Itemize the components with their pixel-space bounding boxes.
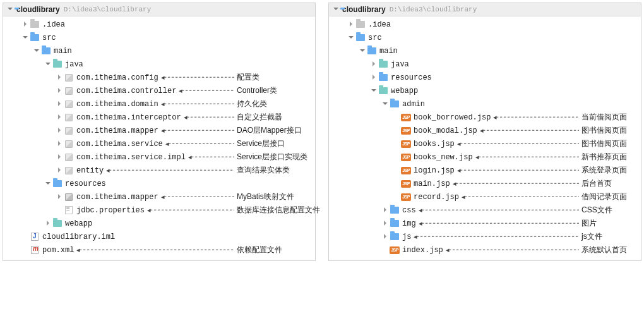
annotation-arrow-icon: ◂╴╴╴╴╴╴╴╴╴╴╴╴╴╴╴╴╴╴╴╴╴╴╴╴╴╴╴╴╴╴╴╴╴╴╴╴╴╴╴… [105, 166, 234, 174]
annotation-label: 持久化类 [237, 99, 267, 109]
tree-row[interactable]: book_modal.jsp◂╴╴╴╴╴╴╴╴╴╴╴╴╴╴╴╴╴╴╴╴╴╴╴╴╴… [329, 124, 641, 137]
tree-row[interactable]: main.jsp◂╴╴╴╴╴╴╴╴╴╴╴╴╴╴╴╴╴╴╴╴╴╴╴╴╴╴╴╴╴╴╴… [329, 177, 641, 190]
tree-row[interactable]: jdbc.properties◂╴╴╴╴╴╴╴╴╴╴╴╴╴╴╴╴╴╴╴╴╴╴╴╴… [3, 204, 315, 217]
tree-row[interactable]: main [329, 44, 641, 58]
module-name: cloudlibrary [16, 5, 60, 14]
chevron-down-icon[interactable] [44, 61, 52, 68]
tree-item-label: .idea [368, 20, 391, 29]
annotation-label: 图书借阅页面 [581, 125, 627, 136]
annotation-arrow-icon: ◂╴╴╴╴╴╴╴╴╴╴╴╴╴╴╴╴╴╴╴╴╴╴╴╴╴╴╴╴╴╴╴╴╴╴╴╴╴╴╴… [75, 246, 234, 254]
tree-row[interactable]: main [3, 44, 315, 58]
chevron-right-icon[interactable] [381, 207, 390, 214]
tree-row[interactable]: index.jsp◂╴╴╴╴╴╴╴╴╴╴╴╴╴╴╴╴╴╴╴╴╴╴╴╴╴╴╴╴╴╴… [329, 243, 641, 257]
folder-icon [390, 219, 400, 228]
annotation-arrow-icon: ◂╴╴╴╴╴╴╴╴╴╴╴╴╴╴╴╴╴╴╴╴ [177, 87, 234, 95]
annotation-arrow-icon: ◂╴╴╴╴╴╴╴╴╴╴╴╴╴╴╴╴╴╴╴╴╴╴╴╴╴ [164, 140, 234, 148]
annotation-arrow-icon: ◂╴╴╴╴╴╴╴╴╴╴╴╴╴╴╴╴ [187, 153, 234, 161]
tree-row[interactable]: com.itheima.service.impl◂╴╴╴╴╴╴╴╴╴╴╴╴╴╴╴… [3, 150, 315, 164]
tree-row[interactable]: .idea [329, 18, 641, 31]
tree-row[interactable]: com.itheima.mapper◂╴╴╴╴╴╴╴╴╴╴╴╴╴╴╴╴╴╴╴╴╴… [3, 190, 315, 204]
tree-row[interactable]: src [329, 31, 641, 44]
annotation-label: 数据库连接信息配置文件 [237, 205, 320, 216]
tree-row[interactable]: java [3, 58, 315, 71]
chevron-down-icon[interactable] [347, 34, 355, 42]
chevron-down-icon[interactable] [381, 100, 390, 108]
chevron-right-icon[interactable] [55, 100, 64, 108]
tree-row[interactable]: resources [3, 177, 315, 190]
chevron-right-icon[interactable] [369, 61, 378, 68]
chevron-right-icon[interactable] [55, 193, 64, 201]
tree-row[interactable]: css◂╴╴╴╴╴╴╴╴╴╴╴╴╴╴╴╴╴╴╴╴╴╴╴╴╴╴╴╴╴╴╴╴╴╴╴╴… [329, 204, 641, 217]
tree-item-label: jdbc.properties [76, 206, 145, 215]
tree-item-label: com.itheima.domain [76, 100, 158, 109]
jsp-file-icon [401, 140, 411, 149]
annotation-label: 依赖配置文件 [237, 245, 282, 255]
chevron-right-icon[interactable] [55, 140, 64, 148]
annotation-arrow-icon: ◂╴╴╴╴╴╴╴╴╴╴╴╴╴╴╴╴╴╴╴╴╴╴╴╴╴╴╴ [160, 193, 234, 201]
jsp-file-icon [401, 113, 411, 122]
tree-item-label: admin [402, 100, 425, 109]
chevron-down-icon[interactable] [369, 87, 378, 95]
tree-row[interactable]: com.itheima.domain◂╴╴╴╴╴╴╴╴╴╴╴╴╴╴╴╴╴╴╴╴╴… [3, 97, 315, 111]
jsp-file-icon [401, 193, 411, 202]
chevron-right-icon[interactable] [55, 74, 64, 82]
chevron-right-icon[interactable] [381, 233, 390, 241]
annotation-arrow-icon: ◂╴╴╴╴╴╴╴╴╴╴╴╴╴╴╴╴╴╴╴╴╴╴╴╴╴╴╴╴╴╴╴╴╴╴╴╴╴╴╴… [451, 179, 579, 188]
chevron-right-icon[interactable] [21, 21, 30, 28]
package-icon [64, 140, 74, 149]
chevron-right-icon[interactable] [55, 114, 64, 121]
tree-item-label: book_modal.jsp [414, 126, 477, 135]
chevron-right-icon[interactable] [55, 167, 64, 174]
tree-row[interactable]: com.itheima.service◂╴╴╴╴╴╴╴╴╴╴╴╴╴╴╴╴╴╴╴╴… [3, 137, 315, 150]
tree-row[interactable]: com.itheima.config◂╴╴╴╴╴╴╴╴╴╴╴╴╴╴╴╴╴╴╴╴╴… [3, 71, 315, 84]
tree-row[interactable]: java [329, 58, 641, 71]
tree-row[interactable]: cloudlibrary.iml [3, 230, 315, 243]
chevron-down-icon[interactable] [44, 180, 52, 188]
chevron-down-icon[interactable] [358, 47, 367, 55]
tree-row[interactable]: login.jsp◂╴╴╴╴╴╴╴╴╴╴╴╴╴╴╴╴╴╴╴╴╴╴╴╴╴╴╴╴╴╴… [329, 164, 641, 177]
collapse-icon[interactable] [7, 5, 15, 14]
chevron-right-icon[interactable] [369, 74, 378, 82]
tree-row[interactable]: books.jsp◂╴╴╴╴╴╴╴╴╴╴╴╴╴╴╴╴╴╴╴╴╴╴╴╴╴╴╴╴╴╴… [329, 137, 641, 150]
chevron-right-icon[interactable] [347, 21, 355, 28]
tree-row[interactable]: com.itheima.controller◂╴╴╴╴╴╴╴╴╴╴╴╴╴╴╴╴╴… [3, 84, 315, 97]
tree-row[interactable]: resources [329, 71, 641, 84]
tree-row[interactable]: js◂╴╴╴╴╴╴╴╴╴╴╴╴╴╴╴╴╴╴╴╴╴╴╴╴╴╴╴╴╴╴╴╴╴╴╴╴╴… [329, 230, 641, 243]
annotation-label: 当前借阅页面 [581, 112, 627, 123]
tree-item-label: main.jsp [414, 179, 450, 188]
chevron-down-icon[interactable] [21, 34, 30, 42]
tree-row[interactable]: webapp [329, 84, 641, 97]
tree-item-label: com.itheima.config [76, 73, 158, 82]
tree-row[interactable]: pom.xml◂╴╴╴╴╴╴╴╴╴╴╴╴╴╴╴╴╴╴╴╴╴╴╴╴╴╴╴╴╴╴╴╴… [3, 243, 315, 257]
chevron-right-icon[interactable] [55, 87, 64, 95]
collapse-icon[interactable] [333, 5, 340, 14]
chevron-down-icon[interactable] [32, 47, 41, 55]
chevron-right-icon[interactable] [44, 220, 52, 228]
tree-item-label: com.itheima.mapper [76, 193, 158, 202]
folder-icon [390, 233, 400, 241]
tree-row[interactable]: img◂╴╴╴╴╴╴╴╴╴╴╴╴╴╴╴╴╴╴╴╴╴╴╴╴╴╴╴╴╴╴╴╴╴╴╴╴… [329, 217, 641, 230]
tree-row[interactable]: record.jsp◂╴╴╴╴╴╴╴╴╴╴╴╴╴╴╴╴╴╴╴╴╴╴╴╴╴╴╴╴╴… [329, 190, 641, 204]
tree-row[interactable]: com.itheima.interceptor◂╴╴╴╴╴╴╴╴╴╴╴╴╴╴╴╴… [3, 111, 315, 124]
tree-row[interactable]: webapp [3, 217, 315, 230]
annotation-arrow-icon: ◂╴╴╴╴╴╴╴╴╴╴╴╴╴╴╴╴╴╴ [182, 113, 234, 121]
tree-row[interactable]: book_borrowed.jsp◂╴╴╴╴╴╴╴╴╴╴╴╴╴╴╴╴╴╴╴╴╴╴… [329, 111, 641, 124]
folder-icon [390, 206, 400, 215]
panel-header: cloudlibrary D:\idea3\cloudlibrary [3, 3, 315, 16]
chevron-right-icon[interactable] [55, 154, 64, 161]
source-folder-icon [52, 60, 63, 69]
tree-row[interactable]: .idea [3, 18, 315, 31]
tree-row[interactable]: books_new.jsp◂╴╴╴╴╴╴╴╴╴╴╴╴╴╴╴╴╴╴╴╴╴╴╴╴╴╴… [329, 150, 641, 164]
chevron-right-icon[interactable] [55, 127, 64, 135]
tree-row[interactable]: com.itheima.mapper◂╴╴╴╴╴╴╴╴╴╴╴╴╴╴╴╴╴╴╴╴╴… [3, 124, 315, 137]
chevron-right-icon[interactable] [381, 220, 390, 228]
properties-file-icon [64, 206, 74, 215]
iml-file-icon [30, 233, 40, 241]
tree-row[interactable]: admin [329, 97, 641, 111]
tree-row[interactable]: entity◂╴╴╴╴╴╴╴╴╴╴╴╴╴╴╴╴╴╴╴╴╴╴╴╴╴╴╴╴╴╴╴╴╴… [3, 164, 315, 177]
tree-row[interactable]: src [3, 31, 315, 44]
annotation-arrow-icon: ◂╴╴╴╴╴╴╴╴╴╴╴╴╴╴╴╴╴╴╴╴╴╴╴╴╴╴╴╴╴╴╴╴╴╴╴╴╴╴╴… [417, 219, 579, 228]
annotation-arrow-icon: ◂╴╴╴╴╴╴╴╴╴╴╴╴╴╴╴╴╴╴╴╴╴╴╴╴╴╴╴╴╴╴╴╴╴╴╴╴╴╴╴… [456, 166, 579, 174]
tree-item-label: resources [391, 73, 432, 82]
jsp-file-icon [401, 126, 411, 135]
